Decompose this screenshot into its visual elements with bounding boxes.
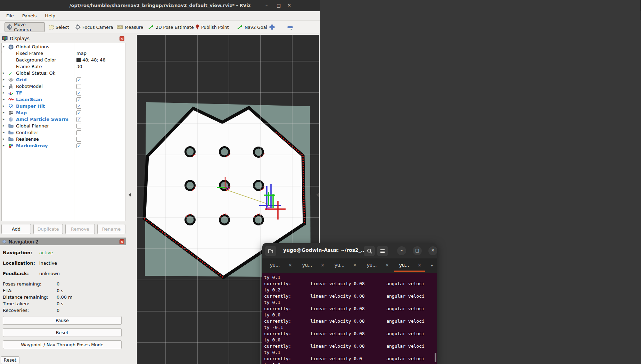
robotmodel-checkbox[interactable] — [76, 84, 81, 89]
expand-arrow-icon[interactable]: ▸ — [3, 124, 5, 127]
focus-camera-tool[interactable]: Focus Camera — [73, 22, 115, 32]
terminal-menu-button[interactable] — [377, 246, 388, 256]
realsense-checkbox[interactable] — [76, 137, 81, 142]
publish-point-tool[interactable]: Publish Point — [193, 22, 231, 32]
display-row-global-status[interactable]: ▸ ✓ Global Status: Ok — [1, 70, 125, 77]
rename-display-button[interactable]: Rename — [97, 224, 125, 234]
display-row-amcl-particle-swarm[interactable]: ▸ Amcl Particle Swarm ✓ — [1, 116, 125, 123]
displays-panel-header[interactable]: Displays ✕ — [0, 35, 126, 42]
terminal-output[interactable]: ty 0.1 currently: linear velocity 0.08 a… — [262, 273, 437, 364]
right-panel-collapse-handle[interactable] — [316, 193, 319, 197]
duplicate-display-button[interactable]: Duplicate — [33, 224, 63, 234]
terminal-titlebar[interactable]: yugo@Godwin-Asus: ~/ros2_... – □ ✕ — [262, 243, 437, 258]
nav2-close-button[interactable]: ✕ — [120, 239, 124, 244]
display-row-global-planner[interactable]: ▸ Global Planner — [1, 123, 125, 130]
terminal-tab-4[interactable]: yu...✕ — [362, 260, 393, 272]
frame-rate-value[interactable]: 30 — [76, 64, 82, 69]
expand-arrow-icon[interactable]: ▸ — [3, 117, 5, 121]
display-row-background-color[interactable]: Background Color 48; 48; 48 — [1, 57, 125, 64]
rviz-titlebar[interactable]: /opt/ros/humble/share/nav2_bringup/rviz/… — [0, 0, 320, 11]
rviz-menu-file[interactable]: File — [3, 12, 17, 19]
terminal-maximize-button[interactable]: □ — [413, 246, 422, 255]
add-display-button[interactable]: Add — [1, 224, 31, 234]
tab-label: yu... — [399, 263, 409, 268]
display-row-frame-rate[interactable]: Frame Rate 30 — [1, 64, 125, 70]
select-tool[interactable]: Select — [47, 22, 71, 32]
remove-tool-button[interactable]: ▾ — [285, 22, 295, 32]
waypoint-mode-button[interactable]: Waypoint / Nav Through Poses Mode — [3, 340, 122, 349]
terminal-line: ty 0.0 — [264, 362, 436, 364]
terminal-close-button[interactable]: ✕ — [428, 246, 437, 255]
expand-arrow-icon[interactable]: ▸ — [3, 97, 5, 101]
display-row-fixed-frame[interactable]: Fixed Frame map — [1, 50, 125, 57]
rviz-close-button[interactable]: ✕ — [287, 0, 291, 11]
new-tab-button[interactable] — [265, 246, 276, 256]
expand-arrow-icon[interactable]: ▸ — [3, 143, 5, 147]
remove-display-button[interactable]: Remove — [65, 224, 95, 234]
expand-arrow-icon[interactable]: ▸ — [3, 71, 5, 75]
tab-close-icon[interactable]: ✕ — [353, 263, 357, 268]
rviz-maximize-button[interactable]: □ — [277, 0, 281, 11]
display-row-robotmodel[interactable]: ▸ RobotModel — [1, 83, 125, 90]
display-row-realsense[interactable]: ▸ Realsense — [1, 136, 125, 143]
display-row-tf[interactable]: ▸ TF ✓ — [1, 90, 125, 97]
terminal-line: currently: linear velocity 0.08 angular … — [264, 281, 436, 286]
terminal-tab-2[interactable]: yu...✕ — [297, 260, 328, 272]
terminal-minimize-button[interactable]: – — [397, 246, 406, 255]
tab-list-chevron-icon[interactable]: ▾ — [431, 263, 433, 268]
tab-close-icon[interactable]: ✕ — [418, 263, 421, 268]
add-tool-button[interactable] — [267, 22, 277, 32]
terminal-tab-1[interactable]: yu...✕ — [265, 260, 296, 272]
expand-arrow-icon[interactable]: ▸ — [3, 130, 5, 134]
recoveries-label: Recoveries: — [3, 308, 29, 313]
controller-checkbox[interactable] — [76, 130, 81, 135]
fixed-frame-value[interactable]: map — [76, 51, 87, 56]
pause-button[interactable]: Pause — [3, 316, 122, 325]
terminal-tab-3[interactable]: yu...✕ — [330, 260, 360, 272]
display-row-markerarray[interactable]: ▸ MarkerArray ✓ — [1, 143, 125, 149]
rviz-menu-panels[interactable]: Panels — [19, 12, 40, 19]
expand-arrow-icon[interactable]: ▸ — [3, 91, 5, 94]
pose-estimate-tool[interactable]: 2D Pose Estimate — [146, 22, 196, 32]
rviz-minimize-button[interactable]: – — [265, 0, 268, 11]
display-row-global-options[interactable]: ▾ Global Options — [1, 44, 125, 50]
background-color-value[interactable]: 48; 48; 48 — [76, 57, 106, 63]
bumper-hit-checkbox[interactable]: ✓ — [76, 104, 81, 109]
nav2-goal-tool[interactable]: Nav2 Goal — [235, 22, 269, 32]
reset-button[interactable]: Reset — [3, 328, 122, 337]
expand-arrow-icon[interactable]: ▸ — [3, 104, 5, 108]
terminal-tab-5-active[interactable]: yu...✕ — [394, 260, 425, 272]
grid-checkbox[interactable]: ✓ — [76, 77, 81, 82]
measure-tool[interactable]: Measure — [115, 22, 145, 32]
map-checkbox[interactable]: ✓ — [76, 110, 81, 115]
tab-close-icon[interactable]: ✕ — [385, 263, 389, 268]
tab-label: yu... — [270, 263, 280, 268]
amcl-checkbox[interactable]: ✓ — [76, 117, 81, 122]
expand-arrow-icon[interactable]: ▸ — [3, 84, 5, 88]
expand-arrow-icon[interactable]: ▸ — [3, 77, 5, 81]
nav2-panel-header[interactable]: Navigation 2 ✕ — [0, 238, 126, 245]
tab-close-icon[interactable]: ✕ — [321, 263, 324, 268]
left-panel-collapse-handle[interactable] — [129, 193, 131, 197]
markerarray-checkbox[interactable]: ✓ — [76, 143, 81, 148]
laserscan-checkbox[interactable]: ✓ — [76, 97, 81, 102]
display-row-map[interactable]: ▸ Map ✓ — [1, 110, 125, 116]
global-planner-checkbox[interactable] — [76, 124, 81, 129]
terminal-search-button[interactable] — [364, 246, 375, 256]
expand-arrow-icon[interactable]: ▸ — [3, 137, 5, 141]
bottom-reset-button[interactable]: Reset — [1, 356, 19, 364]
menu-underline: File — [6, 13, 14, 18]
display-row-controller[interactable]: ▸ Controller — [1, 130, 125, 136]
terminal-scrollbar[interactable] — [435, 353, 436, 362]
display-row-grid[interactable]: ▸ Grid ✓ — [1, 77, 125, 83]
expand-arrow-icon[interactable]: ▸ — [3, 110, 5, 114]
move-camera-tool[interactable]: Move Camera — [5, 22, 45, 32]
rviz-menu-help[interactable]: Help — [42, 12, 59, 19]
tab-close-icon[interactable]: ✕ — [288, 263, 292, 268]
display-row-bumper-hit[interactable]: ▸ Bumper Hit ✓ — [1, 103, 125, 110]
displays-close-button[interactable]: ✕ — [120, 36, 124, 41]
expand-arrow-icon[interactable]: ▾ — [3, 44, 5, 48]
display-row-laserscan[interactable]: ▸ LaserScan ✓ — [1, 97, 125, 103]
tf-checkbox[interactable]: ✓ — [76, 91, 81, 96]
display-row-label: Controller — [16, 130, 38, 135]
